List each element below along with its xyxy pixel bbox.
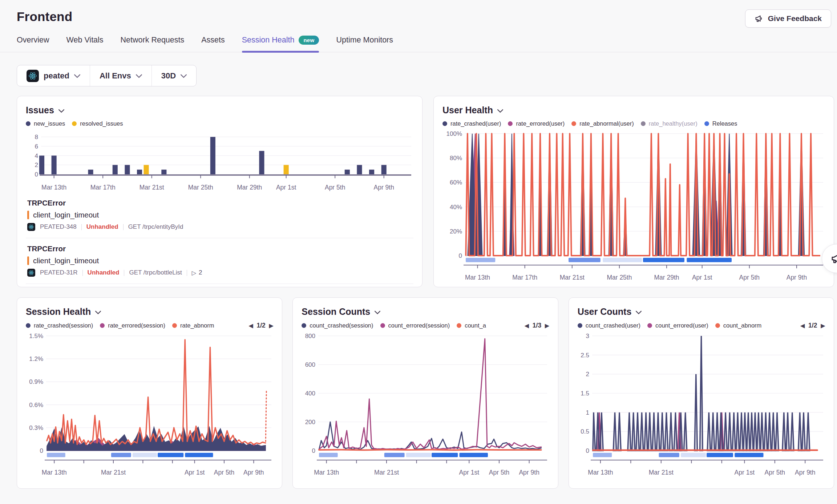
svg-text:800: 800 bbox=[305, 333, 315, 340]
svg-text:Mar 13th: Mar 13th bbox=[314, 469, 339, 476]
svg-text:20%: 20% bbox=[450, 228, 462, 235]
svg-text:2: 2 bbox=[35, 162, 38, 168]
svg-text:Apr 9th: Apr 9th bbox=[787, 274, 807, 281]
legend-item[interactable]: count_abnorm bbox=[715, 322, 762, 329]
legend-item[interactable]: new_issues bbox=[26, 120, 65, 127]
legend-item[interactable]: rate_errored(user) bbox=[508, 120, 565, 127]
tab-web-vitals[interactable]: Web Vitals bbox=[66, 36, 104, 52]
tab-network-requests[interactable]: Network Requests bbox=[121, 36, 185, 52]
legend-item[interactable]: Releases bbox=[704, 120, 737, 127]
user-health-panel-title: User Health bbox=[442, 105, 493, 115]
divider bbox=[123, 224, 124, 230]
date-range-filter[interactable]: 30D bbox=[151, 65, 196, 86]
issue-level-bar bbox=[27, 256, 29, 265]
chevron-down-icon[interactable] bbox=[375, 310, 380, 314]
svg-text:1.5%: 1.5% bbox=[29, 333, 43, 340]
react-project-icon bbox=[27, 223, 35, 231]
svg-text:0.9%: 0.9% bbox=[29, 378, 43, 385]
megaphone-icon bbox=[755, 14, 763, 23]
issues-panel-title: Issues bbox=[26, 105, 54, 115]
replay-count[interactable]: ▷ 2 bbox=[192, 269, 202, 276]
legend-prev-arrow[interactable]: ◀ bbox=[249, 322, 253, 329]
svg-text:4: 4 bbox=[35, 153, 38, 159]
svg-text:Mar 21st: Mar 21st bbox=[560, 274, 585, 281]
svg-text:Apr 9th: Apr 9th bbox=[795, 469, 815, 476]
user-health-panel: User Health rate_crashed(user) rate_erro… bbox=[433, 96, 834, 287]
legend-item[interactable]: count_crashed(session) bbox=[302, 322, 373, 329]
legend-item[interactable]: rate_crashed(user) bbox=[442, 120, 501, 127]
legend-dot bbox=[457, 323, 461, 328]
svg-text:0: 0 bbox=[459, 252, 462, 259]
chevron-down-icon[interactable] bbox=[497, 109, 503, 113]
legend-pager: ◀ 1/2 ▶ bbox=[801, 322, 825, 329]
svg-text:Apr 1st: Apr 1st bbox=[692, 274, 712, 281]
legend-item[interactable]: rate_crashed(session) bbox=[26, 322, 93, 329]
legend-next-arrow[interactable]: ▶ bbox=[545, 322, 549, 329]
issue-transaction: GET /trpc/entityById bbox=[128, 223, 183, 231]
tab-session-health[interactable]: Session Health new bbox=[242, 36, 319, 52]
svg-text:Mar 25th: Mar 25th bbox=[188, 184, 213, 191]
legend-next-arrow[interactable]: ▶ bbox=[269, 322, 274, 329]
chevron-down-icon[interactable] bbox=[636, 310, 642, 314]
session-counts-panel-title: Session Counts bbox=[302, 306, 370, 317]
legend-prev-arrow[interactable]: ◀ bbox=[801, 322, 805, 329]
svg-text:Mar 13th: Mar 13th bbox=[465, 274, 490, 281]
svg-text:8: 8 bbox=[35, 134, 38, 141]
legend-item[interactable]: rate_abnorm bbox=[172, 322, 214, 329]
svg-text:Apr 9th: Apr 9th bbox=[243, 469, 264, 476]
svg-text:0.3%: 0.3% bbox=[29, 424, 43, 431]
legend-dot bbox=[442, 121, 447, 126]
issue-row[interactable]: TRPCError client_login_timeout PEATED-31… bbox=[26, 238, 413, 284]
environment-filter[interactable]: All Envs bbox=[90, 65, 151, 86]
svg-text:100%: 100% bbox=[446, 130, 462, 137]
svg-text:0: 0 bbox=[35, 171, 38, 178]
user-health-legend: rate_crashed(user) rate_errored(user) ra… bbox=[442, 120, 825, 127]
session-health-chart: 00.3%0.6%0.9%1.2%1.5%Mar 13thMar 21stApr… bbox=[26, 332, 273, 477]
svg-text:6: 6 bbox=[35, 143, 38, 150]
legend-item[interactable]: resolved_issues bbox=[72, 120, 123, 127]
svg-text:0.6%: 0.6% bbox=[29, 402, 43, 409]
tab-bar: Overview Web Vitals Network Requests Ass… bbox=[0, 36, 837, 52]
issue-row[interactable]: TRPCError client_login_timeout PEATED-34… bbox=[26, 192, 413, 238]
legend-dot bbox=[571, 121, 576, 126]
svg-text:40%: 40% bbox=[450, 204, 462, 211]
svg-text:Apr 9th: Apr 9th bbox=[519, 469, 539, 476]
legend-item[interactable]: count_crashed(user) bbox=[578, 322, 640, 329]
give-feedback-label: Give Feedback bbox=[768, 14, 822, 23]
legend-dot bbox=[72, 121, 77, 126]
chevron-down-icon[interactable] bbox=[58, 109, 64, 113]
svg-text:1.2%: 1.2% bbox=[29, 355, 43, 362]
legend-item[interactable]: count_a bbox=[457, 322, 486, 329]
legend-item[interactable]: count_errored(session) bbox=[380, 322, 450, 329]
issue-type: TRPCError bbox=[27, 199, 412, 207]
page-header: Frontend Give Feedback bbox=[0, 0, 837, 28]
divider bbox=[187, 270, 187, 276]
svg-text:Mar 13th: Mar 13th bbox=[42, 469, 67, 476]
svg-text:Mar 21st: Mar 21st bbox=[101, 469, 126, 476]
project-filter-value: peated bbox=[44, 71, 69, 81]
legend-prev-arrow[interactable]: ◀ bbox=[525, 322, 529, 329]
issues-chart: 02468Mar 13thMar 17thMar 21stMar 25thMar… bbox=[26, 130, 413, 192]
legend-item[interactable]: count_errored(user) bbox=[647, 322, 708, 329]
legend-item[interactable]: rate_abnormal(user) bbox=[571, 120, 634, 127]
tab-assets[interactable]: Assets bbox=[201, 36, 225, 52]
user-counts-panel: User Counts count_crashed(user) count_er… bbox=[569, 297, 834, 489]
svg-text:1.5: 1.5 bbox=[581, 390, 589, 397]
chevron-down-icon bbox=[136, 74, 142, 78]
tab-uptime-monitors[interactable]: Uptime Monitors bbox=[336, 36, 393, 52]
new-badge: new bbox=[299, 36, 319, 45]
legend-next-arrow[interactable]: ▶ bbox=[821, 322, 825, 329]
session-counts-chart: 0200400600800Mar 13thMar 21stApr 1stApr … bbox=[302, 332, 549, 477]
legend-item-disabled[interactable]: rate_healthy(user) bbox=[641, 120, 698, 127]
divider bbox=[82, 270, 83, 276]
project-filter[interactable]: peated bbox=[17, 65, 90, 86]
chevron-down-icon[interactable] bbox=[95, 310, 101, 314]
tab-overview[interactable]: Overview bbox=[17, 36, 49, 52]
give-feedback-button[interactable]: Give Feedback bbox=[745, 9, 831, 28]
filter-bar: peated All Envs 30D bbox=[17, 65, 197, 86]
legend-item[interactable]: rate_errored(session) bbox=[100, 322, 165, 329]
svg-text:1: 1 bbox=[586, 409, 589, 416]
svg-text:600: 600 bbox=[305, 361, 315, 368]
session-health-panel: Session Health rate_crashed(session) rat… bbox=[17, 297, 282, 489]
svg-text:400: 400 bbox=[305, 390, 315, 397]
